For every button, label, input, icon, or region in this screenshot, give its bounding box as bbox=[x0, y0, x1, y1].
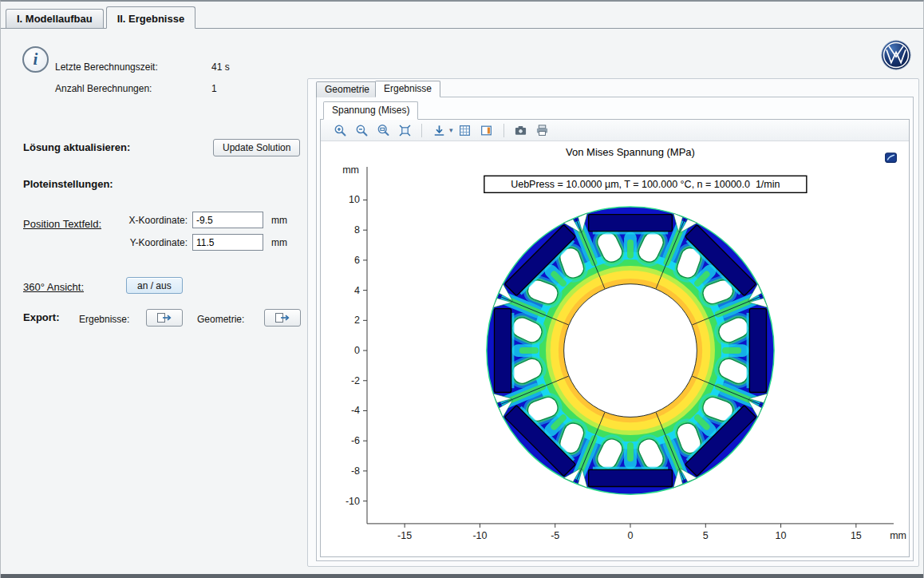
results-tab-pane: Spannung (Mises) bbox=[316, 97, 914, 561]
y-axis-unit: mm bbox=[342, 164, 359, 176]
grid-toggle-button[interactable] bbox=[456, 121, 475, 139]
y-tick-label: 8 bbox=[354, 224, 360, 236]
x-tick-label: -10 bbox=[472, 530, 487, 541]
x-tick-label: -5 bbox=[551, 530, 559, 541]
tab-geometrie[interactable]: Geometrie bbox=[316, 81, 378, 97]
x-tick-label: 0 bbox=[628, 530, 634, 541]
section-update-solution: Lösung aktualisieren: bbox=[23, 141, 130, 153]
tab-modellaufbau[interactable]: I. Modellaufbau bbox=[6, 9, 104, 28]
zoom-box-icon bbox=[377, 124, 390, 137]
zoom-box-button[interactable] bbox=[373, 121, 393, 139]
toolbar-separator bbox=[421, 124, 422, 137]
info-icon: i bbox=[22, 46, 49, 73]
snapshot-button[interactable] bbox=[511, 121, 531, 139]
plot-title: Von Mises Spannung (MPa) bbox=[566, 146, 695, 158]
main-tab-bar: I. Modellaufbau II. Ergebnisse bbox=[1, 6, 923, 29]
unit-x-coordinate: mm bbox=[271, 215, 287, 226]
legend-icon bbox=[480, 124, 493, 137]
zoom-extents-button[interactable] bbox=[395, 121, 414, 139]
stat-label-calc-count: Anzahl Berechnungen: bbox=[55, 83, 152, 94]
y-tick-label: -4 bbox=[351, 405, 360, 416]
x-tick-label: 5 bbox=[703, 530, 709, 541]
y-tick-label: 4 bbox=[354, 285, 360, 296]
zoom-out-icon bbox=[355, 124, 369, 137]
graphics-window: ▾ bbox=[320, 119, 910, 557]
stat-value-calc-count: 1 bbox=[211, 83, 217, 94]
update-solution-button[interactable]: Update Solution bbox=[213, 139, 300, 156]
y-tick-label: -10 bbox=[346, 496, 360, 507]
printer-icon bbox=[535, 124, 549, 137]
y-tick-label: 0 bbox=[354, 345, 360, 356]
unit-y-coordinate: mm bbox=[271, 237, 287, 248]
vw-logo bbox=[880, 39, 912, 71]
go-to-default-view-icon bbox=[432, 124, 446, 137]
section-export: Export: bbox=[23, 311, 60, 323]
rotor-stress-plot bbox=[487, 207, 774, 494]
print-button[interactable] bbox=[533, 121, 552, 139]
graphics-toolbar: ▾ bbox=[321, 120, 909, 141]
y-coordinate-input[interactable] bbox=[192, 234, 263, 251]
stat-value-calc-time: 41 s bbox=[211, 61, 230, 73]
application-window: I. Modellaufbau II. Ergebnisse i Letzte … bbox=[0, 0, 924, 578]
label-position-textfield: Position Textfeld: bbox=[23, 218, 101, 230]
camera-icon bbox=[514, 124, 527, 137]
export-results-button[interactable] bbox=[146, 309, 183, 327]
view-menu-caret[interactable]: ▾ bbox=[449, 126, 453, 134]
plot-annotation-text: UebPress = 10.0000 µm, T = 100.000 °C, n… bbox=[511, 179, 780, 190]
go-to-default-view-button[interactable] bbox=[429, 121, 448, 139]
export-icon bbox=[156, 312, 172, 323]
toolbar-separator bbox=[503, 124, 504, 137]
y-tick-label: 6 bbox=[354, 255, 360, 266]
legend-toggle-button[interactable] bbox=[477, 121, 496, 139]
grid-icon bbox=[458, 124, 472, 137]
zoom-in-icon bbox=[334, 124, 347, 137]
zoom-extents-icon bbox=[398, 124, 412, 137]
zoom-out-button[interactable] bbox=[352, 121, 371, 139]
y-tick-label: -6 bbox=[351, 435, 360, 446]
label-360-view: 360° Ansicht: bbox=[23, 281, 84, 293]
plot-region: Von Mises Spannung (MPa)mm1086420-2-4-6-… bbox=[321, 143, 909, 559]
x-tick-label: -15 bbox=[397, 530, 412, 541]
tab-content: i Letzte Berechnungszeit: 41 s Anzahl Be… bbox=[1, 29, 923, 574]
zoom-in-button[interactable] bbox=[330, 121, 349, 139]
export-icon bbox=[274, 312, 290, 323]
tab-ergebnisse-inner[interactable]: Ergebnisse bbox=[375, 81, 440, 97]
results-panel: Geometrie Ergebnisse Spannung (Mises) bbox=[307, 78, 919, 567]
section-plot-settings: Ploteinstellungen: bbox=[23, 178, 113, 190]
label-x-coordinate: X-Koordinate: bbox=[120, 215, 188, 226]
tab-ergebnisse[interactable]: II. Ergebnisse bbox=[106, 6, 196, 29]
stat-label-calc-time: Letzte Berechnungszeit: bbox=[55, 61, 158, 73]
x-tick-label: 10 bbox=[776, 530, 787, 541]
plot-canvas[interactable]: Von Mises Spannung (MPa)mm1086420-2-4-6-… bbox=[322, 143, 913, 555]
label-export-results: Ergebnisse: bbox=[79, 314, 129, 325]
y-tick-label: 10 bbox=[349, 194, 360, 205]
360-view-toggle-button[interactable]: an / aus bbox=[126, 277, 183, 294]
label-export-geometry: Geometrie: bbox=[197, 314, 244, 325]
window-bottom-edge bbox=[1, 574, 923, 578]
x-axis-unit: mm bbox=[890, 530, 906, 541]
y-tick-label: -8 bbox=[351, 465, 360, 477]
plot-group-icon[interactable] bbox=[884, 151, 898, 164]
x-coordinate-input[interactable] bbox=[192, 212, 263, 228]
export-geometry-button[interactable] bbox=[264, 309, 301, 327]
x-tick-label: 15 bbox=[851, 530, 862, 541]
tab-spannung-mises[interactable]: Spannung (Mises) bbox=[323, 101, 418, 120]
y-tick-label: -2 bbox=[351, 375, 360, 386]
label-y-coordinate: Y-Koordinate: bbox=[120, 237, 188, 248]
y-tick-label: 2 bbox=[354, 315, 360, 326]
